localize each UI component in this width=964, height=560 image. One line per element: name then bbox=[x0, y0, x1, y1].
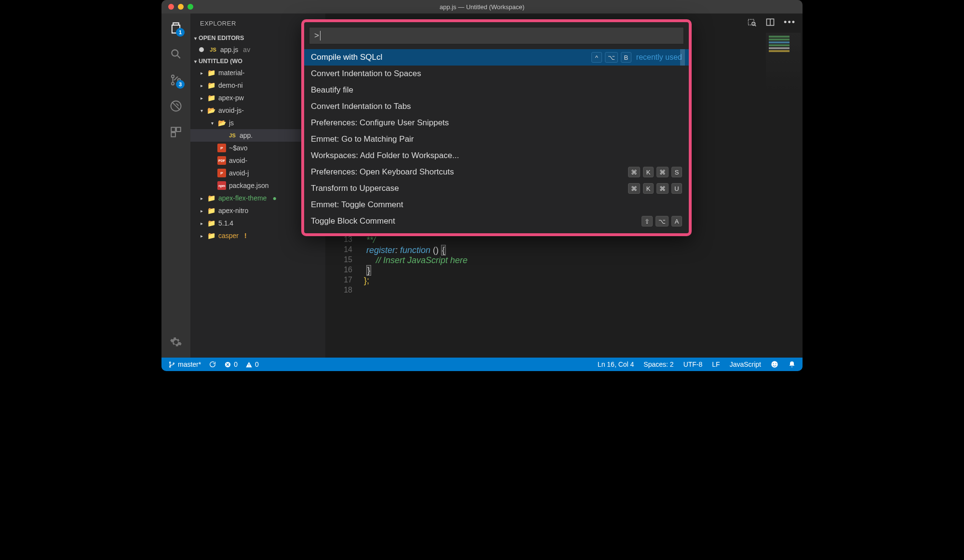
minimize-icon[interactable] bbox=[178, 4, 184, 10]
file-label: apex-pw bbox=[218, 94, 244, 102]
scm-badge: 3 bbox=[176, 80, 185, 89]
file-label: demo-ni bbox=[218, 81, 243, 89]
chevron-down-icon: ▾ bbox=[194, 59, 197, 64]
sync-icon[interactable] bbox=[209, 360, 216, 368]
svg-point-15 bbox=[771, 361, 777, 367]
activity-extensions-icon[interactable] bbox=[168, 124, 184, 140]
key: K bbox=[643, 183, 654, 194]
palette-item[interactable]: Convert Indentation to Spaces bbox=[304, 66, 689, 82]
git-branch[interactable]: master* bbox=[168, 360, 201, 368]
folder-icon: 📂 bbox=[207, 106, 215, 115]
key: ⌥ bbox=[605, 52, 618, 63]
command-palette: > Compile with SQLcl^⌥Brecently usedConv… bbox=[301, 19, 692, 236]
file-label: apex-nitro bbox=[218, 207, 248, 214]
palette-item-label: Compile with SQLcl bbox=[311, 53, 591, 62]
folder-icon: 📁 bbox=[207, 219, 215, 227]
palette-item[interactable]: Preferences: Open Keyboard Shortcuts⌘K⌘S bbox=[304, 164, 689, 180]
status-bar: master* 0 0 Ln 16, Col 4 Spaces: 2 UTF-8… bbox=[161, 358, 803, 371]
scrollbar-thumb[interactable] bbox=[680, 49, 685, 66]
svg-rect-6 bbox=[176, 127, 181, 132]
unsaved-dot-icon bbox=[199, 47, 204, 52]
indent-setting[interactable]: Spaces: 2 bbox=[643, 360, 673, 368]
palette-item[interactable]: Transform to Uppercase⌘K⌘U bbox=[304, 180, 689, 197]
activity-scm-icon[interactable]: 3 bbox=[168, 72, 184, 88]
file-label: material- bbox=[218, 69, 244, 77]
maximize-icon[interactable] bbox=[187, 4, 193, 10]
feedback-icon[interactable] bbox=[771, 360, 778, 368]
palette-item[interactable]: Emmet: Go to Matching Pair bbox=[304, 131, 689, 147]
explorer-badge: 1 bbox=[176, 28, 185, 37]
warnings-label: 0 bbox=[255, 360, 259, 368]
chevron-down-icon: ▾ bbox=[199, 108, 204, 113]
key: K bbox=[643, 167, 654, 177]
ppt-icon: P bbox=[217, 169, 226, 177]
palette-item[interactable]: Toggle Block Comment⇧⌥A bbox=[304, 213, 689, 229]
split-editor-icon[interactable] bbox=[765, 17, 775, 27]
palette-item-label: Convert Indentation to Tabs bbox=[311, 102, 682, 111]
branch-label: master* bbox=[178, 360, 201, 368]
file-label: 5.1.4 bbox=[218, 219, 233, 227]
keybinding: ⌘K⌘U bbox=[628, 183, 682, 194]
more-icon[interactable]: ••• bbox=[784, 17, 796, 27]
activity-debug-icon[interactable] bbox=[168, 98, 184, 114]
git-modified-icon: ● bbox=[272, 194, 276, 202]
activity-settings-icon[interactable] bbox=[168, 334, 184, 350]
svg-rect-5 bbox=[171, 127, 175, 132]
palette-list: Compile with SQLcl^⌥Brecently usedConver… bbox=[304, 49, 689, 233]
palette-item[interactable]: Workspaces: Add Folder to Workspace... bbox=[304, 147, 689, 164]
file-label: avoid-j bbox=[229, 169, 249, 177]
chevron-right-icon: ▸ bbox=[199, 70, 204, 76]
errors-count[interactable]: 0 bbox=[224, 360, 238, 368]
folder-icon: 📁 bbox=[207, 81, 215, 90]
eol[interactable]: LF bbox=[712, 360, 720, 368]
js-icon: JS bbox=[228, 131, 237, 140]
activity-bar: 1 3 bbox=[161, 13, 190, 358]
encoding[interactable]: UTF-8 bbox=[683, 360, 703, 368]
key: ⌘ bbox=[628, 167, 640, 177]
file-label: casper bbox=[218, 232, 239, 240]
palette-item-label: Preferences: Open Keyboard Shortcuts bbox=[311, 167, 628, 177]
folder-icon: 📁 bbox=[207, 206, 215, 215]
svg-point-1 bbox=[172, 75, 174, 78]
svg-point-12 bbox=[170, 366, 171, 367]
code-text: } bbox=[366, 265, 371, 276]
folder-icon: 📁 bbox=[207, 194, 215, 202]
cursor-position[interactable]: Ln 16, Col 4 bbox=[598, 360, 634, 368]
js-icon: JS bbox=[209, 45, 217, 54]
palette-item[interactable]: Beautify file bbox=[304, 82, 689, 98]
code-text: }; bbox=[364, 276, 369, 285]
code-text: register bbox=[366, 245, 395, 255]
file-label: avoid- bbox=[229, 157, 247, 164]
activity-explorer-icon[interactable]: 1 bbox=[168, 20, 184, 36]
key: ⌘ bbox=[656, 183, 669, 194]
palette-item[interactable]: Convert Indentation to Tabs bbox=[304, 98, 689, 115]
find-icon[interactable] bbox=[747, 17, 757, 27]
close-icon[interactable] bbox=[168, 4, 174, 10]
language-mode[interactable]: JavaScript bbox=[730, 360, 761, 368]
file-label: ~$avo bbox=[229, 144, 248, 152]
key: ⇧ bbox=[642, 216, 653, 227]
traffic-lights bbox=[161, 4, 193, 10]
svg-point-11 bbox=[170, 361, 171, 363]
titlebar: app.js — Untitled (Workspace) bbox=[161, 0, 803, 13]
palette-item-label: Workspaces: Add Folder to Workspace... bbox=[311, 151, 682, 160]
git-untracked-icon: ! bbox=[244, 232, 247, 240]
code-comment: // Insert JavaScript here bbox=[376, 255, 468, 265]
file-label: package.json bbox=[229, 182, 269, 189]
palette-item[interactable]: Compile with SQLcl^⌥Brecently used bbox=[304, 49, 689, 66]
text-cursor bbox=[320, 31, 321, 40]
notifications-icon[interactable] bbox=[788, 360, 796, 368]
keybinding: ⇧⌥A bbox=[642, 216, 682, 227]
open-editor-label: app.js bbox=[220, 46, 238, 53]
keybinding: ⌘K⌘S bbox=[628, 167, 682, 177]
key: ⌘ bbox=[628, 183, 640, 194]
palette-item[interactable]: Preferences: Configure User Snippets bbox=[304, 115, 689, 131]
warnings-count[interactable]: 0 bbox=[245, 360, 259, 368]
palette-item-label: Preferences: Configure User Snippets bbox=[311, 118, 682, 128]
svg-point-2 bbox=[172, 82, 174, 85]
activity-search-icon[interactable] bbox=[168, 46, 184, 62]
key: ⌘ bbox=[656, 167, 669, 177]
svg-point-0 bbox=[172, 50, 178, 56]
palette-input[interactable]: > bbox=[309, 27, 684, 44]
palette-item[interactable]: Emmet: Toggle Comment bbox=[304, 197, 689, 213]
